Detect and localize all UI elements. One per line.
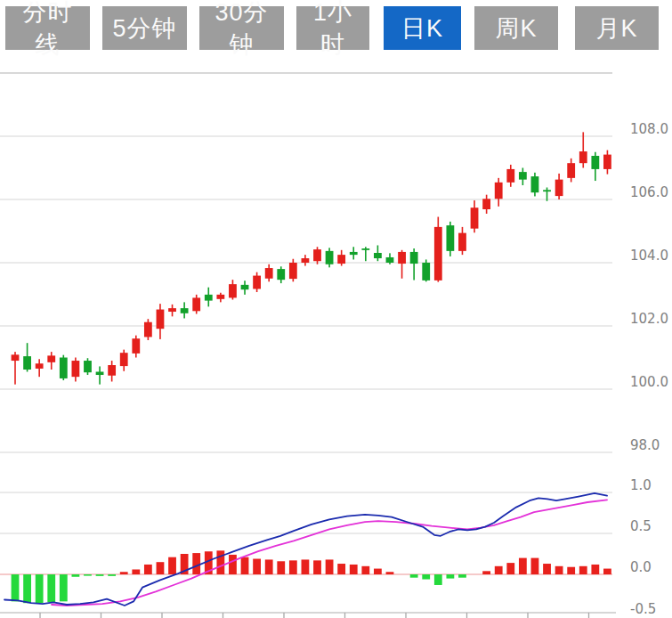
candle	[361, 247, 369, 261]
candle-body	[36, 363, 44, 369]
candle-body	[374, 253, 382, 258]
candle-body	[192, 297, 200, 311]
candle-body	[168, 308, 176, 312]
macd-bar	[446, 574, 454, 579]
tab-monthly-k[interactable]: 月K	[575, 6, 659, 50]
candle	[60, 355, 68, 380]
candle	[72, 358, 80, 382]
macd-lines	[4, 493, 607, 606]
macd-bar	[302, 559, 310, 574]
macd-bar	[579, 566, 587, 574]
macd-bar	[422, 574, 430, 580]
macd-bar	[96, 574, 104, 576]
macd-bar	[361, 566, 369, 574]
candle-body	[216, 295, 224, 299]
candle	[398, 250, 406, 279]
tab-1hour[interactable]: 1小时	[296, 6, 369, 50]
candle-body	[543, 190, 551, 191]
candle-body	[446, 225, 454, 251]
macd-bar	[495, 566, 503, 574]
macd-bar	[374, 569, 382, 574]
macd-bar	[265, 559, 273, 574]
dif-line	[4, 493, 607, 606]
candle	[567, 159, 575, 183]
candle	[108, 361, 116, 381]
candle-wick	[547, 188, 548, 201]
candle-body	[350, 252, 358, 255]
candle	[229, 280, 237, 299]
macd-bar	[229, 555, 237, 574]
candle	[144, 319, 152, 340]
candle-body	[458, 233, 466, 251]
candle	[350, 247, 358, 259]
candle	[458, 227, 466, 255]
candle	[181, 302, 189, 318]
candle-body	[72, 361, 80, 377]
macd-bar	[326, 559, 334, 574]
tab-timeline[interactable]: 分时线	[5, 6, 90, 50]
price-tick-label: 104.0	[630, 248, 668, 264]
tab-30min[interactable]: 30分钟	[199, 6, 284, 50]
tab-weekly-k[interactable]: 周K	[474, 6, 558, 50]
macd-bar	[12, 574, 20, 601]
candle-body	[60, 358, 68, 378]
candle	[531, 173, 539, 197]
macd-bar	[567, 567, 575, 574]
candle-body	[422, 263, 430, 281]
candle-body	[337, 255, 345, 264]
candle-body	[603, 155, 611, 169]
candle	[205, 288, 213, 307]
candle-body	[253, 276, 261, 289]
macd-bar	[482, 571, 490, 574]
candle	[12, 352, 20, 385]
macd-bar	[144, 565, 152, 574]
kline-chart: 108.0106.0104.0102.0100.098.0 1.00.50.0-…	[0, 0, 672, 618]
candle-body	[555, 180, 563, 196]
tab-daily-k[interactable]: 日K	[384, 6, 461, 50]
candle-body	[96, 371, 104, 375]
candle-body	[567, 163, 575, 178]
candle	[157, 304, 165, 339]
macd-bar	[84, 574, 92, 576]
candle	[422, 259, 430, 281]
price-tick-label: 106.0	[630, 184, 668, 200]
candle	[555, 174, 563, 199]
macd-bar	[519, 558, 527, 574]
candle-body	[313, 249, 321, 261]
candle	[337, 250, 345, 266]
candle	[84, 358, 92, 375]
candle-body	[361, 248, 369, 250]
macd-bar	[47, 574, 55, 602]
macd-bar	[386, 572, 394, 574]
candle-body	[265, 268, 273, 279]
candle-body	[84, 361, 92, 372]
dea-line	[52, 500, 607, 606]
candle-body	[531, 176, 539, 192]
indicator-axis-labels: 1.00.50.0-0.5	[630, 477, 656, 617]
macd-bar	[23, 574, 31, 603]
candle	[120, 350, 128, 371]
candle-body	[120, 353, 128, 366]
candle-body	[229, 284, 237, 297]
candle	[434, 217, 442, 282]
price-tick-label: 98.0	[630, 437, 660, 453]
candle-body	[386, 257, 394, 263]
macd-bar	[434, 574, 442, 585]
tab-5min[interactable]: 5分钟	[102, 6, 187, 50]
candle-body	[12, 354, 20, 361]
price-tick-label: 102.0	[630, 311, 668, 327]
candle	[519, 168, 527, 186]
macd-bar	[108, 574, 116, 576]
candle-body	[47, 355, 55, 362]
candle-body	[579, 151, 587, 163]
macd-bar	[410, 574, 418, 578]
macd-bar	[591, 565, 599, 574]
candle	[132, 336, 140, 358]
macd-bar	[603, 569, 611, 574]
macd-bar	[555, 566, 563, 574]
candle-body	[495, 183, 503, 199]
macd-bar	[60, 574, 68, 601]
candle	[603, 150, 611, 175]
candle	[253, 272, 261, 292]
candle-body	[157, 310, 165, 329]
